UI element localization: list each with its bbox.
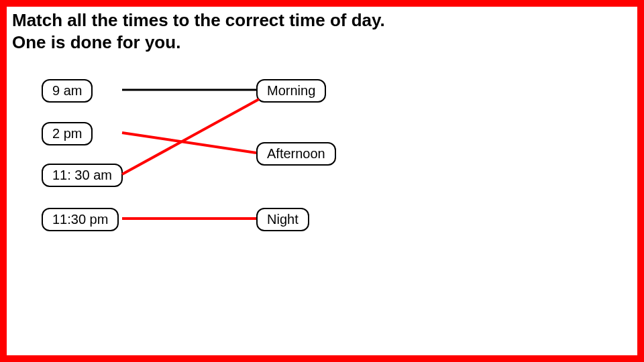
time-chip-1130pm[interactable]: 11:30 pm bbox=[42, 208, 119, 231]
time-chip-9am[interactable]: 9 am bbox=[42, 79, 93, 103]
worksheet-frame: Match all the times to the correct time … bbox=[0, 0, 644, 362]
chip-label: Afternoon bbox=[267, 146, 325, 161]
time-chip-1130am[interactable]: 11: 30 am bbox=[42, 164, 123, 187]
period-chip-night[interactable]: Night bbox=[256, 208, 309, 231]
period-chip-afternoon[interactable]: Afternoon bbox=[256, 142, 336, 166]
chip-label: Night bbox=[267, 212, 299, 227]
chip-label: 9 am bbox=[52, 83, 82, 98]
instructions-line-1: Match all the times to the correct time … bbox=[12, 10, 385, 30]
chip-label: Morning bbox=[267, 83, 315, 98]
chip-label: 11:30 pm bbox=[52, 212, 108, 227]
period-chip-morning[interactable]: Morning bbox=[256, 79, 326, 103]
time-chip-2pm[interactable]: 2 pm bbox=[42, 122, 93, 145]
instructions-line-2: One is done for you. bbox=[12, 32, 385, 54]
chip-label: 2 pm bbox=[52, 126, 82, 141]
line-1130am-morning bbox=[122, 99, 259, 174]
instructions: Match all the times to the correct time … bbox=[12, 9, 385, 53]
chip-label: 11: 30 am bbox=[52, 168, 112, 182]
line-2pm-afternoon bbox=[122, 133, 256, 153]
